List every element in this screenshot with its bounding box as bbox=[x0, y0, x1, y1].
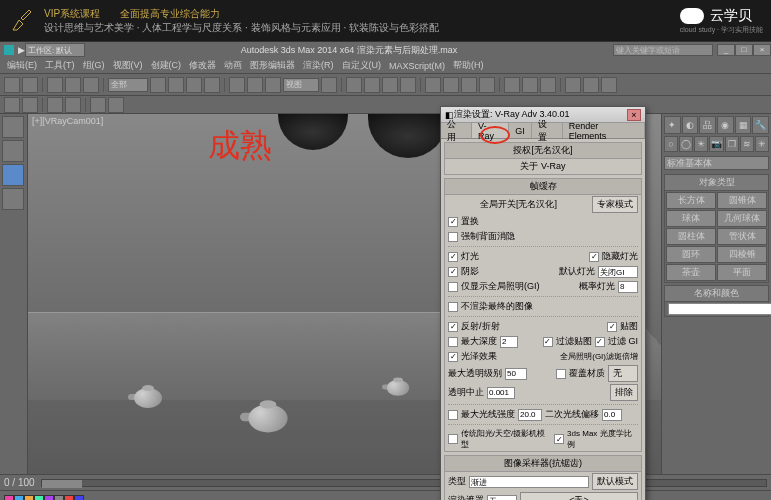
named-sel-button[interactable] bbox=[425, 77, 441, 93]
ray-bias-input[interactable] bbox=[518, 409, 542, 421]
select-region-button[interactable] bbox=[186, 77, 202, 93]
plane-button[interactable]: 平面 bbox=[717, 264, 767, 281]
max-depth-input[interactable] bbox=[500, 336, 518, 348]
tab-common[interactable]: 公用 bbox=[441, 123, 472, 138]
help-search-input[interactable]: 键入关键字或短语 bbox=[613, 44, 713, 56]
tab-settings[interactable]: 设置 bbox=[532, 123, 563, 138]
pivot-button[interactable] bbox=[321, 77, 337, 93]
shapes-subtab[interactable]: ◯ bbox=[679, 136, 693, 152]
displacement-checkbox[interactable]: ✓ bbox=[448, 217, 458, 227]
selection-filter-dropdown[interactable]: 全部 bbox=[108, 78, 148, 92]
time-slider[interactable] bbox=[41, 479, 767, 487]
window-crossing-button[interactable] bbox=[204, 77, 220, 93]
systems-subtab[interactable]: ✳ bbox=[755, 136, 769, 152]
legacy-checkbox[interactable] bbox=[448, 434, 458, 444]
teapot-button[interactable]: 茶壶 bbox=[666, 264, 716, 281]
mirror-button[interactable] bbox=[443, 77, 459, 93]
curve-editor-button[interactable] bbox=[504, 77, 520, 93]
tab-render-elements[interactable]: Render Elements bbox=[563, 123, 645, 138]
glossy-checkbox[interactable]: ✓ bbox=[448, 352, 458, 362]
redo-button[interactable] bbox=[22, 77, 38, 93]
selection-tab[interactable] bbox=[2, 164, 24, 186]
max-depth-checkbox[interactable] bbox=[448, 337, 458, 347]
object-name-input[interactable] bbox=[668, 303, 771, 315]
snap2-button[interactable] bbox=[47, 97, 63, 113]
angle-snap-button[interactable] bbox=[364, 77, 380, 93]
swatch[interactable] bbox=[54, 495, 64, 501]
trans-cutoff-input[interactable] bbox=[487, 387, 515, 399]
motion-tab[interactable]: ◉ bbox=[717, 116, 734, 134]
shadows-checkbox[interactable]: ✓ bbox=[448, 267, 458, 277]
modify-tab[interactable]: ◐ bbox=[682, 116, 699, 134]
undo-button[interactable] bbox=[4, 77, 20, 93]
menu-maxscript[interactable]: MAXScript(M) bbox=[386, 61, 448, 71]
create-tab[interactable]: ✦ bbox=[664, 116, 681, 134]
freeform-tab[interactable] bbox=[2, 140, 24, 162]
link-button[interactable] bbox=[47, 77, 63, 93]
menu-modifiers[interactable]: 修改器 bbox=[186, 59, 219, 72]
auth-group-title[interactable]: 授权[无名汉化] bbox=[445, 143, 641, 159]
snap3-button[interactable] bbox=[65, 97, 81, 113]
default-mode-button[interactable]: 默认模式 bbox=[592, 473, 638, 490]
menu-create[interactable]: 创建(C) bbox=[148, 59, 185, 72]
time-slider-handle[interactable] bbox=[42, 480, 82, 488]
schematic-button[interactable] bbox=[522, 77, 538, 93]
cone-button[interactable]: 圆锥体 bbox=[717, 192, 767, 209]
box-button[interactable]: 长方体 bbox=[666, 192, 716, 209]
tab-gi[interactable]: GI bbox=[509, 123, 532, 138]
geometry-type-dropdown[interactable]: 标准基本体 bbox=[664, 156, 769, 170]
utilities-tab[interactable]: 🔧 bbox=[752, 116, 769, 134]
swatch[interactable] bbox=[74, 495, 84, 501]
modeling-tab[interactable] bbox=[2, 116, 24, 138]
cameras-subtab[interactable]: 📷 bbox=[709, 136, 723, 152]
unlink-button[interactable] bbox=[65, 77, 81, 93]
swatch[interactable] bbox=[34, 495, 44, 501]
force-back-checkbox[interactable] bbox=[448, 232, 458, 242]
close-button[interactable]: × bbox=[753, 44, 771, 56]
no-render-checkbox[interactable] bbox=[448, 302, 458, 312]
gi-only-checkbox[interactable] bbox=[448, 282, 458, 292]
dialog-close-button[interactable]: × bbox=[627, 109, 641, 121]
percent-snap-button[interactable] bbox=[382, 77, 398, 93]
max-trans-input[interactable] bbox=[505, 368, 527, 380]
material-editor-button[interactable] bbox=[540, 77, 556, 93]
ref-coord-dropdown[interactable]: 视图 bbox=[283, 78, 319, 92]
compat-checkbox[interactable]: ✓ bbox=[554, 434, 564, 444]
override-material-button[interactable]: 无 bbox=[608, 365, 638, 382]
menu-graph-editors[interactable]: 图形编辑器 bbox=[247, 59, 298, 72]
expert-mode-button[interactable]: 专家模式 bbox=[592, 196, 638, 213]
snap-button[interactable] bbox=[346, 77, 362, 93]
refl-checkbox[interactable]: ✓ bbox=[448, 322, 458, 332]
display-tab[interactable]: ▦ bbox=[735, 116, 752, 134]
swatch[interactable] bbox=[64, 495, 74, 501]
lights-subtab[interactable]: ☀ bbox=[694, 136, 708, 152]
spacewarps-subtab[interactable]: ≋ bbox=[740, 136, 754, 152]
swatch[interactable] bbox=[14, 495, 24, 501]
image-sampler-title[interactable]: 图像采样器(抗锯齿) bbox=[445, 456, 641, 472]
menu-views[interactable]: 视图(V) bbox=[110, 59, 146, 72]
scale-button[interactable] bbox=[265, 77, 281, 93]
swatch[interactable] bbox=[44, 495, 54, 501]
filter-map-checkbox[interactable]: ✓ bbox=[543, 337, 553, 347]
ray-bias-checkbox[interactable] bbox=[448, 410, 458, 420]
workspace-dropdown[interactable]: 工作区: 默认 bbox=[25, 43, 85, 57]
iso-button[interactable] bbox=[22, 97, 38, 113]
pyramid-button[interactable]: 四棱锥 bbox=[717, 246, 767, 263]
swatch[interactable] bbox=[4, 495, 14, 501]
align-button[interactable] bbox=[461, 77, 477, 93]
menu-rendering[interactable]: 渲染(R) bbox=[300, 59, 337, 72]
object-paint-tab[interactable] bbox=[2, 188, 24, 210]
default-lights-dropdown[interactable]: 关闭GI bbox=[598, 266, 638, 278]
menu-help[interactable]: 帮助(H) bbox=[450, 59, 487, 72]
render-mask-dropdown[interactable]: 无 bbox=[487, 495, 517, 501]
select-button[interactable] bbox=[150, 77, 166, 93]
menu-edit[interactable]: 编辑(E) bbox=[4, 59, 40, 72]
override-checkbox[interactable] bbox=[556, 369, 566, 379]
hidden-lights-checkbox[interactable]: ✓ bbox=[589, 252, 599, 262]
tube-button[interactable]: 管状体 bbox=[717, 228, 767, 245]
sampler-type-dropdown[interactable]: 渐进 bbox=[469, 476, 589, 488]
spinner-snap-button[interactable] bbox=[400, 77, 416, 93]
filter-gi-checkbox[interactable]: ✓ bbox=[595, 337, 605, 347]
move-button[interactable] bbox=[229, 77, 245, 93]
map-checkbox[interactable]: ✓ bbox=[607, 322, 617, 332]
